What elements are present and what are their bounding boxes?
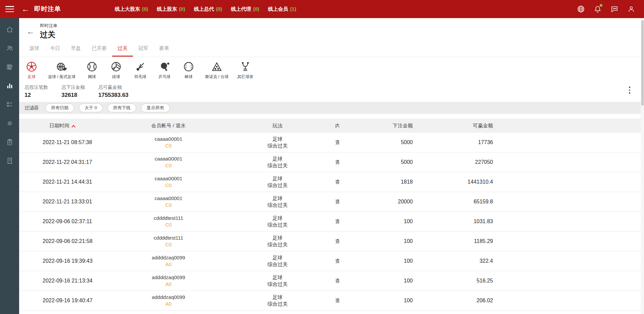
- filter-chip-all-dates[interactable]: 所有日期: [45, 104, 74, 112]
- nav-item-grand-shareholder[interactable]: 线上大股东 (0): [115, 6, 148, 12]
- tab-early[interactable]: 早盘: [65, 42, 86, 57]
- view-detail-link[interactable]: 查看详细: [335, 159, 339, 166]
- play-sport: 足球: [224, 175, 331, 182]
- header-content[interactable]: 内容: [331, 123, 339, 129]
- stat-total-bets: 总投注笔数 12: [24, 84, 48, 99]
- sidebar-settings-icon[interactable]: [4, 118, 15, 129]
- filter-chip-greater-than-zero[interactable]: 大于 0: [79, 104, 103, 112]
- sport-snooker[interactable]: 斯诺克 / 台球: [205, 61, 229, 80]
- cell-account: caaaa00001 C0: [113, 155, 224, 169]
- pingpong-icon: [159, 61, 170, 72]
- cell-account: addddzaq0099 A0: [113, 274, 224, 288]
- view-detail-link[interactable]: 查看详细: [335, 298, 339, 304]
- menu-icon[interactable]: [5, 6, 14, 12]
- main-content: ← 即时注单 过关 滚球 今日 早盘 已开赛 过关 冠军 赛果 足球 篮球 / …: [19, 18, 644, 314]
- cell-content: 查看详细: [331, 238, 339, 245]
- play-sport: 足球: [224, 274, 331, 281]
- sport-baseball[interactable]: 棒球: [181, 61, 196, 80]
- play-mode: 综合过关: [224, 202, 331, 208]
- account-rebate: A0: [113, 301, 224, 307]
- view-detail-link[interactable]: 查看详细: [335, 179, 339, 185]
- cell-play: 足球 综合过关: [224, 155, 331, 169]
- cell-datetime: 2022-09-16 19:39:43: [19, 258, 113, 264]
- view-detail-link[interactable]: 查看详细: [335, 258, 339, 264]
- account-name: caaaa00001: [113, 175, 224, 182]
- tab-today[interactable]: 今日: [45, 42, 65, 57]
- header-datetime[interactable]: 日期时间: [19, 123, 113, 129]
- sport-badminton[interactable]: 羽毛球: [133, 61, 148, 80]
- topbar-back-icon[interactable]: ←: [21, 5, 30, 13]
- play-mode: 综合过关: [224, 142, 331, 149]
- filter-chip-show-all[interactable]: 显示所有: [141, 104, 170, 112]
- tab-parlay[interactable]: 过关: [112, 42, 133, 57]
- account-name: addddzaq0099: [113, 294, 224, 301]
- nav-item-master-agent[interactable]: 线上总代 (0): [194, 6, 222, 12]
- sort-asc-icon[interactable]: [71, 123, 76, 129]
- vertical-scrollbar[interactable]: [641, 18, 644, 314]
- account-icon[interactable]: [627, 5, 635, 13]
- play-sport: 足球: [224, 155, 331, 162]
- view-detail-link[interactable]: 查看详细: [335, 218, 339, 225]
- sidebar-bets-icon[interactable]: [4, 80, 15, 91]
- sidebar-checklist-icon[interactable]: [4, 99, 15, 110]
- notifications-bell-icon[interactable]: [594, 5, 602, 13]
- cell-winnable-amount: 1031.83: [422, 218, 500, 225]
- account-rebate: A0: [113, 281, 224, 288]
- globe-icon[interactable]: [577, 5, 585, 13]
- sport-tennis[interactable]: 网球: [84, 61, 100, 80]
- page-back-icon[interactable]: ←: [27, 27, 35, 36]
- tab-champion[interactable]: 冠军: [133, 42, 154, 57]
- filter-label: 过滤器: [24, 105, 39, 111]
- view-detail-link[interactable]: 查看详细: [335, 278, 339, 284]
- header-winnable-amount[interactable]: 可赢金额: [422, 123, 500, 129]
- header-account[interactable]: 会员帐号 / 退水: [113, 123, 224, 129]
- sidebar-receipt-icon[interactable]: [4, 155, 15, 166]
- cell-bet-amount: 1818: [339, 179, 422, 185]
- view-detail-link[interactable]: 查看详细: [335, 139, 339, 146]
- tab-results[interactable]: 赛果: [154, 42, 175, 57]
- sidebar-reports-icon[interactable]: [4, 62, 15, 72]
- cell-account: addddzaq0099 A0: [113, 254, 224, 268]
- filter-bar: 过滤器 所有日期 大于 0 所有下线 显示所有: [19, 102, 644, 114]
- scrollbar-thumb[interactable]: [641, 20, 644, 106]
- sport-other[interactable]: 其它球类: [237, 61, 253, 80]
- cell-content: 查看详细: [331, 297, 339, 304]
- cell-winnable-amount: 1185.29: [422, 238, 500, 244]
- sport-volleyball[interactable]: 排球: [108, 61, 124, 80]
- sport-basketball[interactable]: 篮球 / 美式足球: [48, 61, 76, 80]
- play-mode: 综合过关: [224, 222, 331, 228]
- header-play[interactable]: 玩法: [224, 123, 331, 129]
- cell-account: caaaa00001 C0: [113, 175, 224, 189]
- nav-item-agent[interactable]: 线上代理 (0): [231, 6, 259, 12]
- sport-filter-row: 足球 篮球 / 美式足球 网球 排球 羽毛球 乒乓球 棒球 斯诺克 / 台球: [19, 57, 644, 82]
- play-mode: 综合过关: [224, 301, 331, 307]
- play-mode: 综合过关: [224, 261, 331, 268]
- tab-rolling[interactable]: 滚球: [24, 42, 45, 57]
- cell-account: addddzaq0099 A0: [113, 294, 224, 308]
- volleyball-icon: [110, 61, 122, 72]
- sidebar-home-icon[interactable]: [4, 24, 15, 35]
- sidebar-clipboard-icon[interactable]: [4, 137, 15, 147]
- view-detail-link[interactable]: 查看详细: [335, 199, 339, 205]
- sport-soccer[interactable]: 足球: [24, 61, 39, 80]
- chat-icon[interactable]: [610, 5, 618, 13]
- sidebar-users-icon[interactable]: [4, 43, 15, 54]
- view-detail-link[interactable]: 查看详细: [335, 238, 339, 245]
- table-body: 2022-11-21 08:57:38 caaaa00001 C0 足球 综合过…: [19, 133, 644, 314]
- cell-bet-amount: 100: [339, 278, 422, 284]
- more-options-icon[interactable]: [627, 86, 633, 94]
- topbar-nav: 线上大股东 (0) 线上股东 (0) 线上总代 (0) 线上代理 (0) 线上会…: [115, 6, 296, 12]
- account-name: caaaa00001: [113, 155, 224, 162]
- top-app-bar: ← 即时注单 线上大股东 (0) 线上股东 (0) 线上总代 (0) 线上代理 …: [0, 0, 644, 18]
- cell-winnable-amount: 516.25: [422, 278, 500, 284]
- account-rebate: C0: [113, 182, 224, 189]
- nav-item-shareholder[interactable]: 线上股东 (0): [157, 6, 185, 12]
- cell-account: cddddtest111 C0: [113, 235, 224, 248]
- cell-bet-amount: 5000: [339, 139, 422, 145]
- cell-play: 足球 综合过关: [224, 254, 331, 268]
- filter-chip-all-downlines[interactable]: 所有下线: [107, 104, 136, 112]
- header-bet-amount[interactable]: 下注金额: [339, 123, 422, 129]
- tab-started[interactable]: 已开赛: [86, 42, 112, 57]
- sport-pingpong[interactable]: 乒乓球: [157, 61, 172, 80]
- nav-item-member[interactable]: 线上会员 (1): [268, 6, 296, 12]
